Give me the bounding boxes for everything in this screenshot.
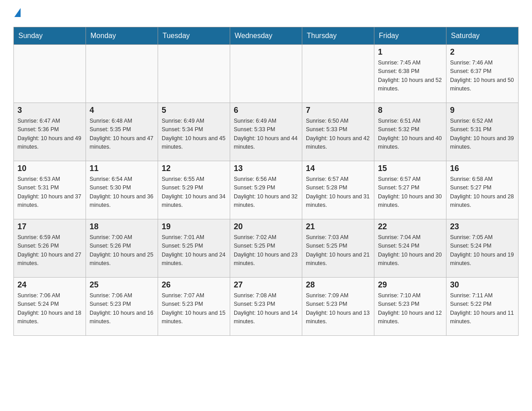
day-number: 26 — [162, 280, 226, 290]
day-number: 25 — [90, 280, 154, 290]
day-number: 16 — [450, 164, 515, 173]
calendar-cell: 9Sunrise: 6:52 AM Sunset: 5:31 PM Daylig… — [446, 103, 519, 161]
day-info: Sunrise: 6:53 AM Sunset: 5:31 PM Dayligh… — [17, 175, 82, 210]
day-info: Sunrise: 6:54 AM Sunset: 5:30 PM Dayligh… — [90, 175, 154, 210]
calendar-cell: 2Sunrise: 7:46 AM Sunset: 6:37 PM Daylig… — [446, 45, 519, 103]
day-info: Sunrise: 7:03 AM Sunset: 5:25 PM Dayligh… — [306, 233, 370, 268]
calendar-cell: 16Sunrise: 6:58 AM Sunset: 5:27 PM Dayli… — [446, 161, 519, 219]
calendar-cell — [86, 45, 158, 103]
day-number: 30 — [450, 280, 515, 290]
day-info: Sunrise: 7:00 AM Sunset: 5:26 PM Dayligh… — [90, 233, 154, 268]
day-info: Sunrise: 6:55 AM Sunset: 5:29 PM Dayligh… — [162, 175, 226, 210]
col-saturday: Saturday — [446, 27, 519, 45]
page-header — [13, 9, 519, 18]
day-number: 13 — [234, 164, 298, 173]
day-info: Sunrise: 7:46 AM Sunset: 6:37 PM Dayligh… — [450, 59, 515, 94]
col-wednesday: Wednesday — [230, 27, 302, 45]
day-number: 27 — [234, 280, 298, 290]
day-number: 5 — [162, 106, 226, 115]
calendar-cell: 11Sunrise: 6:54 AM Sunset: 5:30 PM Dayli… — [86, 161, 158, 219]
day-number: 21 — [306, 222, 370, 231]
day-info: Sunrise: 7:11 AM Sunset: 5:22 PM Dayligh… — [450, 291, 515, 326]
calendar-cell: 26Sunrise: 7:07 AM Sunset: 5:23 PM Dayli… — [158, 278, 230, 336]
day-info: Sunrise: 7:09 AM Sunset: 5:23 PM Dayligh… — [306, 291, 370, 326]
day-number: 9 — [450, 106, 515, 115]
calendar-cell — [158, 45, 230, 103]
day-number: 22 — [378, 222, 442, 231]
day-number: 12 — [162, 164, 226, 173]
day-number: 7 — [306, 106, 370, 115]
day-info: Sunrise: 7:45 AM Sunset: 6:38 PM Dayligh… — [378, 59, 442, 94]
calendar-week-row: 10Sunrise: 6:53 AM Sunset: 5:31 PM Dayli… — [14, 161, 519, 219]
day-info: Sunrise: 6:57 AM Sunset: 5:27 PM Dayligh… — [378, 175, 442, 210]
day-info: Sunrise: 6:52 AM Sunset: 5:31 PM Dayligh… — [450, 117, 515, 152]
day-number: 23 — [450, 222, 515, 231]
day-info: Sunrise: 6:57 AM Sunset: 5:28 PM Dayligh… — [306, 175, 370, 210]
calendar-cell: 17Sunrise: 6:59 AM Sunset: 5:26 PM Dayli… — [14, 219, 86, 278]
calendar-cell: 19Sunrise: 7:01 AM Sunset: 5:25 PM Dayli… — [158, 219, 230, 278]
calendar-cell: 10Sunrise: 6:53 AM Sunset: 5:31 PM Dayli… — [14, 161, 86, 219]
calendar-cell: 15Sunrise: 6:57 AM Sunset: 5:27 PM Dayli… — [374, 161, 446, 219]
calendar-cell: 29Sunrise: 7:10 AM Sunset: 5:23 PM Dayli… — [374, 278, 446, 336]
calendar-cell: 21Sunrise: 7:03 AM Sunset: 5:25 PM Dayli… — [302, 219, 374, 278]
day-number: 19 — [162, 222, 226, 231]
day-number: 4 — [90, 106, 154, 115]
day-number: 2 — [450, 47, 515, 57]
col-friday: Friday — [374, 27, 446, 45]
col-sunday: Sunday — [14, 27, 86, 45]
day-number: 10 — [17, 164, 82, 173]
day-number: 18 — [90, 222, 154, 231]
day-info: Sunrise: 7:06 AM Sunset: 5:23 PM Dayligh… — [90, 291, 154, 326]
calendar-cell: 13Sunrise: 6:56 AM Sunset: 5:29 PM Dayli… — [230, 161, 302, 219]
calendar-cell: 5Sunrise: 6:49 AM Sunset: 5:34 PM Daylig… — [158, 103, 230, 161]
day-info: Sunrise: 6:59 AM Sunset: 5:26 PM Dayligh… — [17, 233, 82, 268]
calendar-cell: 6Sunrise: 6:49 AM Sunset: 5:33 PM Daylig… — [230, 103, 302, 161]
calendar-cell: 25Sunrise: 7:06 AM Sunset: 5:23 PM Dayli… — [86, 278, 158, 336]
col-tuesday: Tuesday — [158, 27, 230, 45]
day-number: 1 — [378, 47, 442, 57]
col-thursday: Thursday — [302, 27, 374, 45]
calendar-cell: 8Sunrise: 6:51 AM Sunset: 5:32 PM Daylig… — [374, 103, 446, 161]
day-info: Sunrise: 7:08 AM Sunset: 5:23 PM Dayligh… — [234, 291, 298, 326]
day-info: Sunrise: 7:07 AM Sunset: 5:23 PM Dayligh… — [162, 291, 226, 326]
calendar-table: Sunday Monday Tuesday Wednesday Thursday… — [13, 27, 519, 336]
day-info: Sunrise: 6:56 AM Sunset: 5:29 PM Dayligh… — [234, 175, 298, 210]
calendar-cell: 23Sunrise: 7:05 AM Sunset: 5:24 PM Dayli… — [446, 219, 519, 278]
calendar-cell — [302, 45, 374, 103]
calendar-cell — [230, 45, 302, 103]
calendar-week-row: 24Sunrise: 7:06 AM Sunset: 5:24 PM Dayli… — [14, 278, 519, 336]
day-info: Sunrise: 6:49 AM Sunset: 5:33 PM Dayligh… — [234, 117, 298, 152]
calendar-cell: 7Sunrise: 6:50 AM Sunset: 5:33 PM Daylig… — [302, 103, 374, 161]
day-info: Sunrise: 7:01 AM Sunset: 5:25 PM Dayligh… — [162, 233, 226, 268]
calendar-cell: 14Sunrise: 6:57 AM Sunset: 5:28 PM Dayli… — [302, 161, 374, 219]
calendar-cell: 27Sunrise: 7:08 AM Sunset: 5:23 PM Dayli… — [230, 278, 302, 336]
day-number: 28 — [306, 280, 370, 290]
day-number: 29 — [378, 280, 442, 290]
calendar-week-row: 3Sunrise: 6:47 AM Sunset: 5:36 PM Daylig… — [14, 103, 519, 161]
calendar-cell — [14, 45, 86, 103]
calendar-cell: 30Sunrise: 7:11 AM Sunset: 5:22 PM Dayli… — [446, 278, 519, 336]
calendar-cell: 22Sunrise: 7:04 AM Sunset: 5:24 PM Dayli… — [374, 219, 446, 278]
day-number: 11 — [90, 164, 154, 173]
day-info: Sunrise: 6:48 AM Sunset: 5:35 PM Dayligh… — [90, 117, 154, 152]
day-number: 3 — [17, 106, 82, 115]
calendar-week-row: 1Sunrise: 7:45 AM Sunset: 6:38 PM Daylig… — [14, 45, 519, 103]
day-info: Sunrise: 7:10 AM Sunset: 5:23 PM Dayligh… — [378, 291, 442, 326]
calendar-cell: 20Sunrise: 7:02 AM Sunset: 5:25 PM Dayli… — [230, 219, 302, 278]
day-number: 15 — [378, 164, 442, 173]
logo — [13, 9, 21, 18]
col-monday: Monday — [86, 27, 158, 45]
day-number: 14 — [306, 164, 370, 173]
day-info: Sunrise: 6:49 AM Sunset: 5:34 PM Dayligh… — [162, 117, 226, 152]
day-number: 8 — [378, 106, 442, 115]
calendar-cell: 12Sunrise: 6:55 AM Sunset: 5:29 PM Dayli… — [158, 161, 230, 219]
day-info: Sunrise: 7:04 AM Sunset: 5:24 PM Dayligh… — [378, 233, 442, 268]
calendar-header-row: Sunday Monday Tuesday Wednesday Thursday… — [14, 27, 519, 45]
calendar-cell: 3Sunrise: 6:47 AM Sunset: 5:36 PM Daylig… — [14, 103, 86, 161]
logo-triangle-icon — [14, 8, 21, 17]
calendar-cell: 4Sunrise: 6:48 AM Sunset: 5:35 PM Daylig… — [86, 103, 158, 161]
day-info: Sunrise: 7:06 AM Sunset: 5:24 PM Dayligh… — [17, 291, 82, 326]
day-number: 20 — [234, 222, 298, 231]
calendar-week-row: 17Sunrise: 6:59 AM Sunset: 5:26 PM Dayli… — [14, 219, 519, 278]
day-info: Sunrise: 6:47 AM Sunset: 5:36 PM Dayligh… — [17, 117, 82, 152]
